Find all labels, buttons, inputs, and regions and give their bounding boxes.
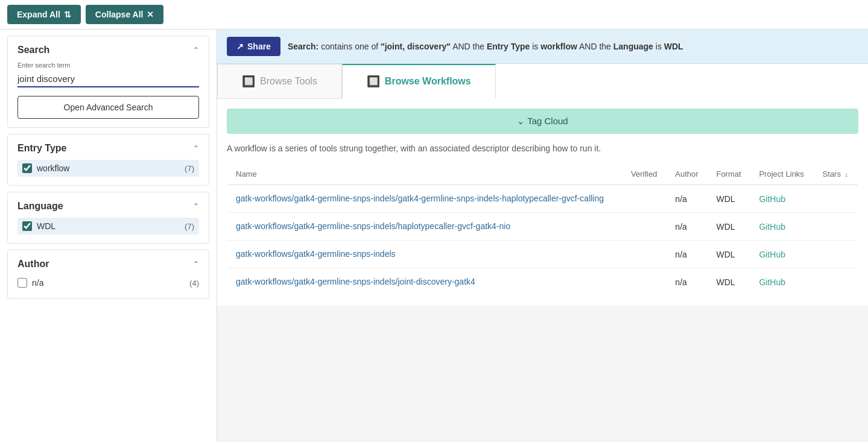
share-icon: ↗ xyxy=(236,42,244,51)
search-entry-type-value: workflow xyxy=(540,42,577,51)
cell-author: n/a xyxy=(667,268,708,296)
workflow-description: A workflow is a series of tools strung t… xyxy=(227,144,858,153)
search-is2: is xyxy=(656,42,664,51)
language-wdl-count: (7) xyxy=(185,222,194,231)
entry-type-workflow-label: workflow xyxy=(37,163,69,173)
cell-format: WDL xyxy=(708,268,750,296)
tag-cloud-button[interactable]: ⌄ Tag Cloud xyxy=(227,109,858,134)
github-link[interactable]: GitHub xyxy=(759,277,785,287)
search-summary-bar: ↗ Share Search: contains one of "joint, … xyxy=(217,30,868,64)
share-button[interactable]: ↗ Share xyxy=(227,37,280,56)
author-na-label: n/a xyxy=(32,278,43,288)
sort-icon: ↓ xyxy=(845,171,849,178)
cell-verified xyxy=(622,268,667,296)
sidebar: Search ⌃ Enter search term Open Advanced… xyxy=(0,30,217,442)
language-section-title: Language xyxy=(17,201,63,212)
search-input[interactable] xyxy=(17,71,199,87)
collapse-icon: ✕ xyxy=(147,10,154,19)
author-section-header: Author ⌃ xyxy=(17,259,199,270)
table-row: gatk-workflows/gatk4-germline-snps-indel… xyxy=(227,268,858,296)
cell-author: n/a xyxy=(667,213,708,241)
search-section-title: Search xyxy=(17,45,49,55)
github-link[interactable]: GitHub xyxy=(759,222,785,232)
cell-stars xyxy=(814,268,858,296)
cell-project-links[interactable]: GitHub xyxy=(750,185,814,213)
github-link[interactable]: GitHub xyxy=(759,194,785,204)
expand-all-button[interactable]: Expand All ⇅ xyxy=(7,5,81,24)
author-na-checkbox[interactable] xyxy=(17,278,27,288)
search-and1: AND the xyxy=(452,42,487,51)
browse-tools-tab-icon: 🔲 xyxy=(242,75,255,88)
results-table: Name Verified Author Format Project Link… xyxy=(227,163,858,296)
search-and2: AND the xyxy=(579,42,613,51)
col-project-links: Project Links xyxy=(750,163,814,185)
author-section: Author ⌃ n/a (4) xyxy=(7,250,209,299)
language-wdl-option: WDL (7) xyxy=(17,218,199,235)
top-bar: Expand All ⇅ Collapse All ✕ xyxy=(0,0,868,30)
col-stars[interactable]: Stars ↓ xyxy=(814,163,858,185)
tabs-container: 🔲 Browse Tools 🔲 Browse Workflows xyxy=(217,64,868,99)
author-na-option: n/a (4) xyxy=(17,276,199,290)
table-row: gatk-workflows/gatk4-germline-snps-indel… xyxy=(227,213,858,241)
entry-type-workflow-count: (7) xyxy=(185,164,194,173)
search-is1: is xyxy=(532,42,540,51)
content-panel: ⌄ Tag Cloud A workflow is a series of to… xyxy=(217,99,868,306)
search-language-label: Language xyxy=(613,42,653,51)
cell-author: n/a xyxy=(667,241,708,268)
table-row: gatk-workflows/gatk4-germline-snps-indel… xyxy=(227,185,858,213)
col-author: Author xyxy=(667,163,708,185)
tag-cloud-label: ⌄ Tag Cloud xyxy=(517,116,568,127)
language-section-header: Language ⌃ xyxy=(17,201,199,212)
browse-workflows-tab-label: Browse Workflows xyxy=(385,76,471,87)
cell-name[interactable]: gatk-workflows/gatk4-germline-snps-indel… xyxy=(227,213,623,241)
cell-format: WDL xyxy=(708,241,750,268)
table-header-row: Name Verified Author Format Project Link… xyxy=(227,163,858,185)
cell-verified xyxy=(622,213,667,241)
language-wdl-checkbox[interactable] xyxy=(22,221,32,231)
advanced-search-label: Open Advanced Search xyxy=(64,103,153,112)
collapse-all-button[interactable]: Collapse All ✕ xyxy=(86,5,164,24)
entry-type-section-header: Entry Type ⌃ xyxy=(17,143,199,154)
cell-format: WDL xyxy=(708,213,750,241)
search-contains-text: contains one of xyxy=(321,42,381,51)
main-layout: Search ⌃ Enter search term Open Advanced… xyxy=(0,30,868,442)
language-wdl-label: WDL xyxy=(37,221,55,231)
cell-name[interactable]: gatk-workflows/gatk4-germline-snps-indel… xyxy=(227,241,623,268)
cell-stars xyxy=(814,213,858,241)
advanced-search-button[interactable]: Open Advanced Search xyxy=(17,96,199,119)
search-section-header: Search ⌃ xyxy=(17,45,199,55)
col-name: Name xyxy=(227,163,623,185)
tab-browse-workflows[interactable]: 🔲 Browse Workflows xyxy=(342,64,496,99)
entry-type-chevron-icon: ⌃ xyxy=(193,144,199,153)
language-chevron-icon: ⌃ xyxy=(193,202,199,210)
cell-verified xyxy=(622,185,667,213)
search-bold-prefix: Search: xyxy=(288,42,318,51)
table-row: gatk-workflows/gatk4-germline-snps-indel… xyxy=(227,241,858,268)
cell-name[interactable]: gatk-workflows/gatk4-germline-snps-indel… xyxy=(227,268,623,296)
github-link[interactable]: GitHub xyxy=(759,250,785,259)
cell-format: WDL xyxy=(708,185,750,213)
content-area: ↗ Share Search: contains one of "joint, … xyxy=(217,30,868,442)
cell-name[interactable]: gatk-workflows/gatk4-germline-snps-indel… xyxy=(227,185,623,213)
entry-type-section: Entry Type ⌃ workflow (7) xyxy=(7,134,209,186)
cell-stars xyxy=(814,241,858,268)
cell-author: n/a xyxy=(667,185,708,213)
cell-project-links[interactable]: GitHub xyxy=(750,241,814,268)
search-input-label: Enter search term xyxy=(17,62,199,69)
search-language-value: WDL xyxy=(664,42,683,51)
search-chevron-icon: ⌃ xyxy=(193,46,199,54)
author-na-count: (4) xyxy=(189,279,199,288)
search-summary-text: Search: contains one of "joint, discover… xyxy=(288,42,683,51)
cell-project-links[interactable]: GitHub xyxy=(750,268,814,296)
search-entry-type-label: Entry Type xyxy=(487,42,530,51)
tab-browse-tools[interactable]: 🔲 Browse Tools xyxy=(217,64,342,99)
col-format: Format xyxy=(708,163,750,185)
cell-verified xyxy=(622,241,667,268)
expand-all-label: Expand All xyxy=(17,10,60,19)
collapse-all-label: Collapse All xyxy=(95,10,144,19)
entry-type-title: Entry Type xyxy=(17,143,67,154)
browse-workflows-tab-icon: 🔲 xyxy=(367,75,380,88)
cell-project-links[interactable]: GitHub xyxy=(750,213,814,241)
entry-type-workflow-checkbox[interactable] xyxy=(22,163,32,173)
search-terms: "joint, discovery" xyxy=(381,42,451,51)
